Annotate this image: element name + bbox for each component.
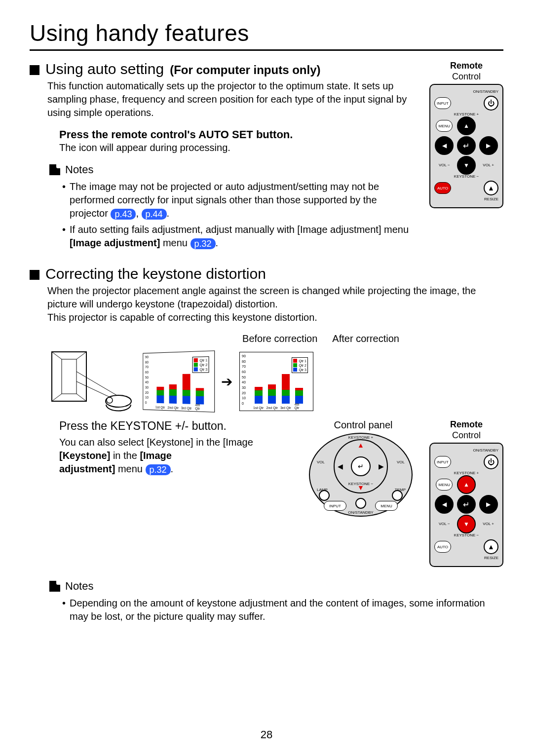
control-panel-illustration: ↵ ▲ ▼ ◀ ▶ KEYSTONE + KEYSTONE − VOL VOL …: [309, 433, 413, 517]
svg-rect-5: [62, 359, 76, 394]
input-button[interactable]: INPUT: [434, 97, 451, 109]
vol-right-label: VOL: [397, 460, 405, 464]
vol-minus-label: VOL −: [439, 522, 450, 526]
auto-button[interactable]: AUTO: [434, 541, 451, 553]
keystone-plus-label: KEYSTONE +: [348, 436, 373, 440]
onstandby-label: ON/STANDBY: [348, 511, 373, 515]
resize-button[interactable]: ▲: [484, 539, 498, 554]
menu-button[interactable]: MENU: [375, 501, 398, 511]
left-button[interactable]: [435, 495, 454, 514]
auto-setting-step-sub: The icon will appear during processing.: [59, 142, 415, 153]
bullet-icon: •: [62, 223, 66, 250]
image-adjust-label: [Image adjustment]: [70, 237, 160, 248]
auto-setting-intro: This function automatically sets up the …: [47, 79, 415, 119]
onstandby-button[interactable]: [355, 498, 366, 509]
note-item: • Depending on the amount of keystone ad…: [62, 597, 503, 623]
keystone-step: Press the KEYSTONE +/- button.: [59, 419, 297, 433]
page-ref[interactable]: p.32: [190, 238, 216, 249]
note-item: • If auto setting fails adjustment, adju…: [62, 223, 415, 250]
keystone-plus-label: KEYSTONE +: [434, 471, 498, 475]
keystone-heading: Correcting the keystone distortion: [45, 265, 266, 282]
bullet-icon: •: [62, 597, 66, 623]
svg-line-3: [52, 394, 62, 401]
down-button[interactable]: [457, 156, 476, 175]
resize-label: RESIZE: [434, 556, 498, 560]
vol-plus-label: VOL +: [483, 163, 494, 167]
input-button[interactable]: INPUT: [324, 501, 346, 511]
onstandby-label: ON/STANDBY: [434, 449, 498, 453]
page-ref[interactable]: p.32: [146, 464, 171, 475]
svg-line-2: [76, 352, 86, 359]
page-number: 28: [261, 728, 272, 741]
keystone-minus-label: KEYSTONE −: [434, 175, 498, 179]
remote-control-illustration: ON/STANDBY INPUT ⏻ KEYSTONE + MENU ↵ VOL…: [429, 443, 503, 567]
svg-point-9: [107, 397, 113, 403]
enter-button[interactable]: ↵: [351, 456, 371, 476]
menu-button[interactable]: MENU: [436, 479, 453, 491]
note-item: • The image may not be projected or auto…: [62, 180, 415, 220]
right-button[interactable]: [479, 495, 498, 514]
menu-button[interactable]: MENU: [436, 120, 453, 132]
auto-setting-step: Press the remote control's AUTO SET butt…: [59, 128, 415, 141]
down-button[interactable]: [457, 515, 476, 533]
control-panel-label: Control panel: [309, 419, 418, 431]
input-button[interactable]: INPUT: [434, 456, 451, 468]
after-chart: 01020304050607080901st Qtr2nd Qtr3rd Qtr…: [239, 352, 313, 411]
notes-icon: [49, 581, 60, 592]
vol-minus-label: VOL −: [439, 163, 450, 167]
remote-label: Remote Control: [429, 419, 503, 441]
left-button[interactable]: [435, 136, 454, 155]
vol-plus-label: VOL +: [483, 522, 494, 526]
image-adj-label: [Image: [140, 450, 171, 461]
notes-icon: [49, 164, 60, 175]
up-button[interactable]: [457, 116, 476, 135]
temp-indicator: [392, 490, 403, 501]
note-text: Depending on the amount of keystone adju…: [70, 597, 503, 623]
right-button[interactable]: [479, 136, 498, 155]
before-label: Before correction: [242, 333, 317, 344]
page-ref[interactable]: p.43: [111, 209, 136, 220]
keystone-minus-label: KEYSTONE −: [348, 482, 373, 486]
resize-button[interactable]: ▲: [484, 181, 498, 195]
keystone-intro: When the projector placement angle again…: [47, 284, 503, 324]
keystone-plus-arrow-icon: ▲: [357, 441, 364, 449]
section-bullet-icon: [30, 270, 39, 280]
onstandby-button[interactable]: ⏻: [484, 454, 498, 469]
lamp-indicator: [319, 490, 330, 501]
svg-line-4: [76, 394, 86, 401]
keystone-label: [Keystone]: [59, 450, 110, 461]
section-bullet-icon: [30, 65, 39, 75]
vol-left-label: VOL: [317, 460, 325, 464]
bullet-icon: •: [62, 180, 66, 220]
page-title: Using handy features: [30, 20, 503, 46]
note-text: If auto setting fails adjustment, adjust…: [70, 224, 409, 235]
auto-setting-heading: Using auto setting: [45, 61, 164, 77]
keystone-minus-label: KEYSTONE −: [434, 533, 498, 537]
keystone-step-sub: You can also select [Keystone] in the [I…: [59, 437, 253, 448]
svg-line-1: [52, 352, 62, 359]
notes-title: Notes: [65, 580, 93, 593]
before-chart: 01020304050607080901st Qtr2nd Qtr3rd Qtr…: [143, 350, 215, 413]
auto-button[interactable]: AUTO: [434, 182, 451, 194]
svg-line-6: [76, 372, 118, 396]
enter-button[interactable]: ↵: [457, 136, 476, 155]
auto-setting-heading-sub: (For computer inputs only): [170, 63, 320, 77]
title-underline: [30, 49, 503, 51]
notes-title: Notes: [65, 163, 93, 176]
onstandby-label: ON/STANDBY: [434, 90, 498, 94]
page-ref[interactable]: p.44: [142, 209, 167, 220]
enter-button[interactable]: ↵: [457, 495, 476, 514]
onstandby-button[interactable]: ⏻: [484, 96, 498, 111]
image-adj-label: adjustment]: [59, 463, 115, 474]
resize-label: RESIZE: [434, 197, 498, 201]
arrow-icon: ➔: [221, 374, 232, 390]
vol-left-arrow-icon: ◀: [338, 462, 343, 470]
remote-label: Remote Control: [429, 61, 503, 82]
remote-control-illustration: ON/STANDBY INPUT ⏻ KEYSTONE + MENU ↵ VOL…: [429, 84, 503, 208]
after-label: After correction: [332, 333, 399, 344]
keystone-plus-label: KEYSTONE +: [434, 113, 498, 116]
projector-drawing: [49, 349, 133, 414]
vol-right-arrow-icon: ▶: [379, 462, 384, 470]
up-button[interactable]: [457, 475, 476, 494]
